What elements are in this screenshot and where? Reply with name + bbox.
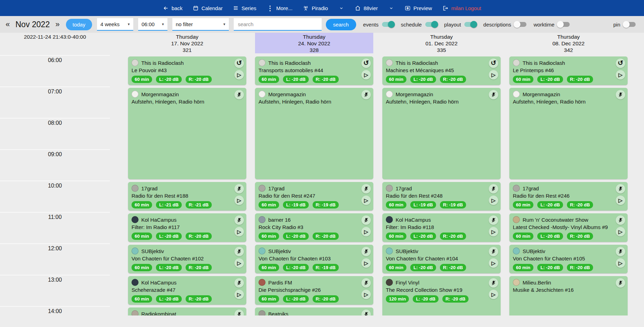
mic-off-icon[interactable] — [489, 90, 498, 99]
event-card[interactable]: Finyl VinylThe Record Collection Show #1… — [382, 276, 501, 315]
play-icon[interactable]: ▷ — [489, 70, 498, 79]
play-icon[interactable]: ▷ — [616, 196, 625, 205]
studio-menu[interactable]: 88vier — [355, 5, 378, 11]
mic-off-icon[interactable] — [616, 278, 625, 288]
play-icon[interactable]: ▷ — [234, 258, 244, 268]
event-card[interactable]: MorgenmagazinAufstehn, Hinlegen, Radio h… — [128, 88, 246, 179]
nav-more[interactable]: ⋮ More... — [267, 5, 293, 12]
play-icon[interactable]: ▷ — [616, 70, 625, 79]
play-icon[interactable]: ▷ — [234, 196, 244, 205]
mic-off-icon[interactable] — [616, 215, 625, 225]
event-card[interactable]: Milieu.BerlinMusike & Jeschichten #16 — [509, 276, 628, 315]
prev-month-button[interactable]: « — [3, 20, 13, 29]
mic-off-icon[interactable] — [361, 247, 371, 256]
logout-button[interactable]: milan Logout — [442, 5, 481, 11]
search-button[interactable]: search — [326, 19, 356, 30]
play-icon[interactable]: ▷ — [361, 227, 371, 236]
event-card[interactable]: This is RadioclashTransports automobiles… — [255, 56, 373, 85]
mic-off-icon[interactable] — [489, 247, 498, 256]
event-card[interactable]: Kol HaCampusScheherazade #4760 minL: -20… — [128, 276, 246, 305]
event-card[interactable]: This is RadioclashMachines et Mécaniques… — [382, 56, 501, 85]
descriptions-toggle[interactable] — [515, 22, 526, 27]
pin-toggle[interactable] — [624, 22, 636, 27]
day-header[interactable]: Thursday01. Dec 2022335 — [382, 33, 501, 53]
back-button[interactable]: back — [163, 5, 183, 11]
play-icon[interactable]: ▷ — [489, 227, 498, 236]
event-card[interactable]: MorgenmagazinAufstehn, Hinlegen, Radio h… — [382, 88, 501, 179]
play-icon[interactable]: ▷ — [489, 258, 498, 268]
play-icon[interactable]: ▷ — [361, 70, 371, 79]
event-card[interactable]: 17gradRadio für den Rest #24760 minL: -1… — [255, 182, 373, 211]
event-card[interactable]: 17gradRadio für den Rest #18860 minL: -2… — [128, 182, 246, 211]
mic-off-icon[interactable] — [489, 278, 498, 288]
event-card[interactable]: This is RadioclashLe Printemps #4660 min… — [509, 56, 628, 85]
play-icon[interactable]: ▷ — [234, 70, 244, 79]
event-card[interactable]: Radiokombinat — [128, 307, 246, 315]
event-card[interactable]: Rum 'n' Coconutwater ShowLatest Checked … — [509, 213, 628, 242]
replay-icon[interactable]: ↺ — [489, 59, 498, 68]
studio-dropdown-chevron-icon[interactable] — [388, 6, 394, 10]
day-header[interactable]: Thursday17. Nov 2022321 — [128, 33, 246, 53]
event-show-name: Morgenmagazin — [523, 91, 560, 97]
event-card[interactable]: Pardis FMDie Persischsprachige #2660 min… — [255, 276, 373, 305]
mic-off-icon[interactable] — [489, 184, 498, 193]
event-badge: R: -20 dB — [313, 233, 339, 240]
play-icon[interactable]: ▷ — [234, 290, 244, 299]
mic-off-icon[interactable] — [616, 90, 625, 99]
event-card[interactable]: SUBjektivVon Chaoten für Chaoten #10560 … — [509, 245, 628, 273]
mic-off-icon[interactable] — [234, 278, 244, 288]
day-header[interactable]: Thursday08. Dec 2022342 — [509, 33, 628, 53]
play-icon[interactable]: ▷ — [361, 258, 371, 268]
play-icon[interactable]: ▷ — [489, 290, 498, 299]
event-card[interactable]: 17gradRadio für den Rest #24660 minL: -2… — [509, 182, 628, 211]
today-button[interactable]: today — [66, 19, 92, 30]
event-card[interactable]: Beatniks — [255, 307, 373, 315]
mic-off-icon[interactable] — [616, 247, 625, 256]
events-toggle[interactable] — [382, 22, 394, 27]
search-input[interactable] — [234, 18, 322, 31]
replay-icon[interactable]: ↺ — [616, 59, 625, 68]
filter-select[interactable]: no filter ▾ — [172, 18, 229, 31]
play-icon[interactable]: ▷ — [616, 227, 625, 236]
mic-off-icon[interactable] — [361, 278, 371, 288]
nav-calendar[interactable]: Calendar — [193, 5, 223, 11]
day-date: 08. Dec 2022 — [509, 40, 628, 47]
station-dropdown-chevron-icon[interactable] — [338, 6, 344, 10]
worktime-toggle[interactable] — [558, 22, 570, 27]
mic-off-icon[interactable] — [234, 247, 244, 256]
preview-button[interactable]: Preview — [405, 5, 432, 11]
replay-icon[interactable]: ↺ — [361, 59, 371, 68]
replay-icon[interactable]: ↺ — [234, 59, 244, 68]
nav-series[interactable]: Series — [233, 5, 256, 11]
play-icon[interactable]: ▷ — [234, 227, 244, 236]
playout-toggle[interactable] — [464, 22, 476, 27]
event-card[interactable]: SUBjektivVon Chaoten für Chaoten #10260 … — [128, 245, 246, 273]
mic-off-icon[interactable] — [489, 215, 498, 225]
schedule-toggle[interactable] — [425, 22, 437, 27]
event-card[interactable]: Kol HaCampusFilter: Im Radio #11860 minL… — [382, 213, 501, 242]
event-card[interactable]: 17gradRadio für den Rest #24860 minL: -1… — [382, 182, 501, 211]
play-icon[interactable]: ▷ — [616, 258, 625, 268]
mic-off-icon[interactable] — [361, 90, 371, 99]
next-month-button[interactable]: » — [53, 20, 62, 29]
mic-off-icon[interactable] — [234, 184, 244, 193]
mic-off-icon[interactable] — [361, 215, 371, 225]
mic-off-icon[interactable] — [616, 184, 625, 193]
station-menu[interactable]: Piradio — [303, 5, 328, 11]
play-icon[interactable]: ▷ — [361, 196, 371, 205]
event-card[interactable]: SUBjektivVon Chaoten für Chaoten #10460 … — [382, 245, 501, 273]
mic-off-icon[interactable] — [234, 90, 244, 99]
event-card[interactable]: MorgenmagazinAufstehn, Hinlegen, Radio h… — [509, 88, 628, 179]
play-icon[interactable]: ▷ — [489, 196, 498, 205]
event-card[interactable]: SUBjektivVon Chaoten für Chaoten #10360 … — [255, 245, 373, 273]
event-card[interactable]: Kol HaCampusFilter: Im Radio #11760 minL… — [128, 213, 246, 242]
play-icon[interactable]: ▷ — [361, 290, 371, 299]
start-time-select[interactable]: 06:00 ▾ — [138, 18, 167, 31]
event-card[interactable]: barner 16Rock City Radio #360 minL: -20 … — [255, 213, 373, 242]
mic-off-icon[interactable] — [361, 184, 371, 193]
event-card[interactable]: MorgenmagazinAufstehn, Hinlegen, Radio h… — [255, 88, 373, 179]
range-select[interactable]: 4 weeks ▾ — [97, 18, 133, 31]
day-header[interactable]: Thursday24. Nov 2022328 — [255, 33, 373, 53]
mic-off-icon[interactable] — [234, 215, 244, 225]
event-card[interactable]: This is RadioclashLe Pouvoir #4360 minL:… — [128, 56, 246, 85]
